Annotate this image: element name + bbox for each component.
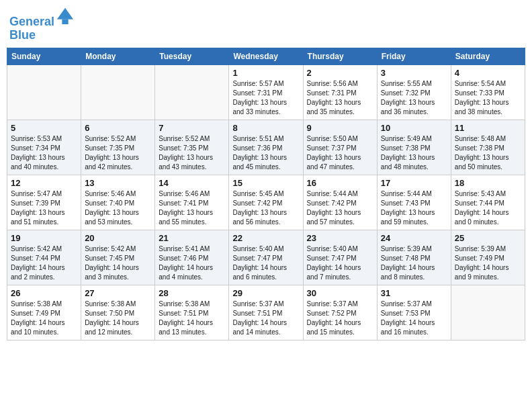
day-number: 25 xyxy=(455,233,521,243)
calendar-cell: 29Sunrise: 5:37 AM Sunset: 7:51 PM Dayli… xyxy=(229,285,303,340)
logo-icon xyxy=(56,7,75,26)
calendar-cell: 8Sunrise: 5:51 AM Sunset: 7:36 PM Daylig… xyxy=(229,120,303,175)
calendar-header-row: SundayMondayTuesdayWednesdayThursdayFrid… xyxy=(7,48,525,64)
calendar-week-5: 26Sunrise: 5:38 AM Sunset: 7:49 PM Dayli… xyxy=(7,285,525,340)
calendar-cell: 25Sunrise: 5:39 AM Sunset: 7:49 PM Dayli… xyxy=(451,230,525,285)
day-number: 2 xyxy=(307,68,373,78)
day-detail: Sunrise: 5:38 AM Sunset: 7:49 PM Dayligh… xyxy=(11,300,77,337)
col-header-thursday: Thursday xyxy=(303,48,377,64)
day-detail: Sunrise: 5:44 AM Sunset: 7:43 PM Dayligh… xyxy=(381,189,447,227)
calendar-cell: 5Sunrise: 5:53 AM Sunset: 7:34 PM Daylig… xyxy=(7,120,81,175)
day-detail: Sunrise: 5:41 AM Sunset: 7:46 PM Dayligh… xyxy=(159,244,225,282)
calendar-table: SundayMondayTuesdayWednesdayThursdayFrid… xyxy=(7,48,525,340)
day-number: 16 xyxy=(307,178,373,188)
calendar-cell xyxy=(451,285,525,340)
day-number: 9 xyxy=(307,123,373,133)
calendar-cell: 18Sunrise: 5:43 AM Sunset: 7:44 PM Dayli… xyxy=(451,175,525,230)
calendar-week-4: 19Sunrise: 5:42 AM Sunset: 7:44 PM Dayli… xyxy=(7,230,525,285)
day-number: 31 xyxy=(381,288,447,298)
day-detail: Sunrise: 5:55 AM Sunset: 7:32 PM Dayligh… xyxy=(381,79,447,117)
day-detail: Sunrise: 5:37 AM Sunset: 7:53 PM Dayligh… xyxy=(381,300,447,337)
day-number: 13 xyxy=(85,178,151,188)
day-number: 12 xyxy=(11,178,77,188)
calendar-cell: 12Sunrise: 5:47 AM Sunset: 7:39 PM Dayli… xyxy=(7,175,81,230)
day-number: 5 xyxy=(11,123,77,133)
calendar-cell: 19Sunrise: 5:42 AM Sunset: 7:44 PM Dayli… xyxy=(7,230,81,285)
day-number: 10 xyxy=(381,123,447,133)
calendar-cell: 22Sunrise: 5:40 AM Sunset: 7:47 PM Dayli… xyxy=(229,230,303,285)
calendar-cell: 28Sunrise: 5:38 AM Sunset: 7:51 PM Dayli… xyxy=(155,285,229,340)
calendar-cell: 4Sunrise: 5:54 AM Sunset: 7:33 PM Daylig… xyxy=(451,64,525,120)
day-number: 6 xyxy=(85,123,151,133)
day-detail: Sunrise: 5:45 AM Sunset: 7:42 PM Dayligh… xyxy=(232,189,299,227)
calendar-cell xyxy=(7,64,81,120)
calendar-cell: 24Sunrise: 5:39 AM Sunset: 7:48 PM Dayli… xyxy=(377,230,451,285)
col-header-monday: Monday xyxy=(81,48,155,64)
col-header-sunday: Sunday xyxy=(7,48,81,64)
day-detail: Sunrise: 5:44 AM Sunset: 7:42 PM Dayligh… xyxy=(307,189,373,227)
logo: General Blue xyxy=(9,7,75,42)
calendar-cell: 7Sunrise: 5:52 AM Sunset: 7:35 PM Daylig… xyxy=(155,120,229,175)
day-number: 4 xyxy=(455,68,521,78)
day-detail: Sunrise: 5:52 AM Sunset: 7:35 PM Dayligh… xyxy=(159,134,225,172)
calendar-cell: 10Sunrise: 5:49 AM Sunset: 7:38 PM Dayli… xyxy=(377,120,451,175)
day-detail: Sunrise: 5:38 AM Sunset: 7:51 PM Dayligh… xyxy=(159,300,225,337)
day-detail: Sunrise: 5:37 AM Sunset: 7:52 PM Dayligh… xyxy=(307,300,373,337)
calendar-cell: 30Sunrise: 5:37 AM Sunset: 7:52 PM Dayli… xyxy=(303,285,377,340)
calendar-cell: 27Sunrise: 5:38 AM Sunset: 7:50 PM Dayli… xyxy=(81,285,155,340)
day-detail: Sunrise: 5:46 AM Sunset: 7:40 PM Dayligh… xyxy=(85,189,151,227)
day-number: 23 xyxy=(307,233,373,243)
logo-general: General xyxy=(9,15,54,28)
day-number: 26 xyxy=(11,288,77,298)
day-detail: Sunrise: 5:38 AM Sunset: 7:50 PM Dayligh… xyxy=(85,300,151,337)
day-detail: Sunrise: 5:40 AM Sunset: 7:47 PM Dayligh… xyxy=(232,244,299,282)
day-number: 27 xyxy=(85,288,151,298)
logo-text: General xyxy=(9,7,75,29)
calendar-cell: 11Sunrise: 5:48 AM Sunset: 7:38 PM Dayli… xyxy=(451,120,525,175)
day-detail: Sunrise: 5:48 AM Sunset: 7:38 PM Dayligh… xyxy=(455,134,521,172)
day-detail: Sunrise: 5:51 AM Sunset: 7:36 PM Dayligh… xyxy=(232,134,299,172)
svg-marker-0 xyxy=(57,8,73,19)
calendar-cell: 20Sunrise: 5:42 AM Sunset: 7:45 PM Dayli… xyxy=(81,230,155,285)
day-detail: Sunrise: 5:47 AM Sunset: 7:39 PM Dayligh… xyxy=(11,189,77,227)
day-number: 7 xyxy=(159,123,225,133)
day-number: 14 xyxy=(159,178,225,188)
calendar-cell: 23Sunrise: 5:40 AM Sunset: 7:47 PM Dayli… xyxy=(303,230,377,285)
day-detail: Sunrise: 5:52 AM Sunset: 7:35 PM Dayligh… xyxy=(85,134,151,172)
day-detail: Sunrise: 5:53 AM Sunset: 7:34 PM Dayligh… xyxy=(11,134,77,172)
day-number: 28 xyxy=(159,288,225,298)
calendar-cell: 31Sunrise: 5:37 AM Sunset: 7:53 PM Dayli… xyxy=(377,285,451,340)
logo-blue: Blue xyxy=(9,29,75,42)
page-header: General Blue xyxy=(7,7,525,42)
day-detail: Sunrise: 5:57 AM Sunset: 7:31 PM Dayligh… xyxy=(232,79,299,117)
day-detail: Sunrise: 5:54 AM Sunset: 7:33 PM Dayligh… xyxy=(455,79,521,117)
calendar-cell: 6Sunrise: 5:52 AM Sunset: 7:35 PM Daylig… xyxy=(81,120,155,175)
calendar-week-2: 5Sunrise: 5:53 AM Sunset: 7:34 PM Daylig… xyxy=(7,120,525,175)
calendar-cell: 16Sunrise: 5:44 AM Sunset: 7:42 PM Dayli… xyxy=(303,175,377,230)
day-number: 18 xyxy=(455,178,521,188)
col-header-wednesday: Wednesday xyxy=(229,48,303,64)
day-number: 19 xyxy=(11,233,77,243)
day-detail: Sunrise: 5:50 AM Sunset: 7:37 PM Dayligh… xyxy=(307,134,373,172)
calendar-week-3: 12Sunrise: 5:47 AM Sunset: 7:39 PM Dayli… xyxy=(7,175,525,230)
calendar-cell: 9Sunrise: 5:50 AM Sunset: 7:37 PM Daylig… xyxy=(303,120,377,175)
calendar-cell: 1Sunrise: 5:57 AM Sunset: 7:31 PM Daylig… xyxy=(229,64,303,120)
day-number: 24 xyxy=(381,233,447,243)
day-number: 8 xyxy=(232,123,299,133)
day-detail: Sunrise: 5:40 AM Sunset: 7:47 PM Dayligh… xyxy=(307,244,373,282)
day-number: 11 xyxy=(455,123,521,133)
calendar-week-1: 1Sunrise: 5:57 AM Sunset: 7:31 PM Daylig… xyxy=(7,64,525,120)
calendar-cell: 2Sunrise: 5:56 AM Sunset: 7:31 PM Daylig… xyxy=(303,64,377,120)
day-number: 20 xyxy=(85,233,151,243)
day-detail: Sunrise: 5:46 AM Sunset: 7:41 PM Dayligh… xyxy=(159,189,225,227)
calendar-cell xyxy=(155,64,229,120)
day-number: 22 xyxy=(232,233,299,243)
day-detail: Sunrise: 5:39 AM Sunset: 7:48 PM Dayligh… xyxy=(381,244,447,282)
day-number: 17 xyxy=(381,178,447,188)
day-detail: Sunrise: 5:37 AM Sunset: 7:51 PM Dayligh… xyxy=(232,300,299,337)
day-number: 21 xyxy=(159,233,225,243)
col-header-saturday: Saturday xyxy=(451,48,525,64)
day-number: 29 xyxy=(232,288,299,298)
calendar-cell: 26Sunrise: 5:38 AM Sunset: 7:49 PM Dayli… xyxy=(7,285,81,340)
day-detail: Sunrise: 5:42 AM Sunset: 7:44 PM Dayligh… xyxy=(11,244,77,282)
